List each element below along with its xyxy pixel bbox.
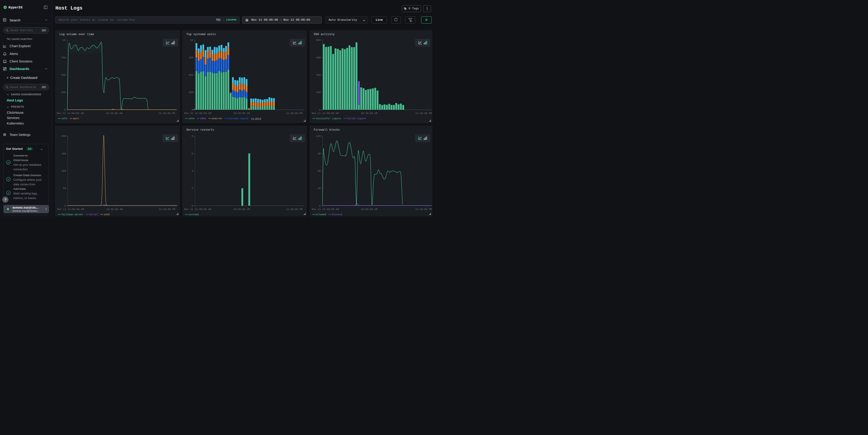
svg-text:120: 120	[316, 135, 321, 137]
svg-text:sshd: sshd	[104, 213, 110, 216]
svg-text:250: 250	[188, 91, 193, 94]
svg-text:Nov 11 12:00:00 AM: Nov 11 12:00:00 AM	[184, 112, 211, 115]
svg-text:+4 more: +4 more	[251, 117, 261, 120]
svg-text:Nov 11 12:00:00 AM: Nov 11 12:00:00 AM	[184, 208, 211, 211]
svg-text:Nov 11 12:00:00 AM: Nov 11 12:00:00 AM	[57, 208, 84, 211]
svg-text:warn: warn	[73, 117, 79, 120]
svg-text:CRON: CRON	[200, 117, 206, 120]
svg-text:Log volume over time: Log volume over time	[59, 33, 94, 36]
svg-text:Top systemd units: Top systemd units	[186, 33, 216, 36]
svg-text:fail2ban-server: fail2ban-server	[61, 213, 83, 216]
svg-text:0: 0	[319, 204, 321, 207]
svg-text:Blocked: Blocked	[332, 213, 342, 216]
svg-text:750: 750	[188, 56, 193, 59]
svg-text:Nov 11 12:00:00 AM: Nov 11 12:00:00 AM	[57, 112, 84, 115]
svg-text:200: 200	[61, 135, 66, 137]
svg-text:Failed Logins: Failed Logins	[347, 117, 366, 120]
svg-text:90: 90	[317, 152, 320, 155]
svg-text:0: 0	[64, 204, 66, 207]
svg-text:100: 100	[61, 169, 66, 172]
svg-text:50: 50	[63, 187, 66, 190]
svg-text:600: 600	[316, 39, 321, 41]
svg-text:Nov 11 12:00:00 AM: Nov 11 12:00:00 AM	[312, 112, 339, 115]
svg-text:30: 30	[317, 187, 320, 190]
svg-text:0: 0	[191, 108, 193, 111]
svg-text:150: 150	[61, 152, 66, 155]
svg-text:0: 0	[191, 204, 193, 207]
svg-text:Firewall blocks: Firewall blocks	[314, 128, 340, 131]
svg-text:6: 6	[191, 152, 193, 155]
svg-text:1K: 1K	[190, 39, 193, 41]
svg-text:10:30:00 AM: 10:30:00 AM	[361, 208, 377, 211]
svg-text:300: 300	[316, 73, 321, 76]
svg-text:kernel: kernel	[89, 213, 98, 216]
svg-text:4: 4	[191, 169, 193, 172]
svg-text:sshd: sshd	[188, 117, 194, 120]
svg-text:Nov 11 12:00:00 AM: Nov 11 12:00:00 AM	[312, 208, 339, 211]
svg-text:10:30:00 AM: 10:30:00 AM	[234, 208, 250, 211]
svg-text:10:30:00 AM: 10:30:00 AM	[361, 112, 377, 115]
svg-text:SSH activity: SSH activity	[314, 33, 335, 36]
svg-text:11:30:00 PM: 11:30:00 PM	[286, 112, 303, 115]
svg-text:Allowed: Allowed	[316, 213, 326, 216]
svg-text:750: 750	[61, 56, 65, 59]
svg-text:10:30:00 AM: 10:30:00 AM	[234, 112, 250, 115]
svg-text:anacron: anacron	[212, 117, 222, 120]
svg-text:systemd-logind: systemd-logind	[228, 117, 248, 120]
svg-text:250: 250	[61, 91, 65, 94]
svg-text:11:30:00 PM: 11:30:00 PM	[158, 112, 175, 115]
svg-text:11:30:00 PM: 11:30:00 PM	[415, 208, 432, 211]
svg-text:450: 450	[316, 56, 321, 59]
svg-text:0: 0	[64, 108, 65, 111]
svg-text:info: info	[61, 117, 67, 120]
svg-text:8: 8	[191, 135, 193, 137]
svg-text:0: 0	[319, 108, 321, 111]
svg-text:1K: 1K	[62, 39, 66, 41]
svg-text:Successful Logins: Successful Logins	[316, 117, 341, 120]
svg-text:500: 500	[188, 73, 193, 76]
svg-text:11:30:00 PM: 11:30:00 PM	[286, 208, 303, 211]
svg-text:Service restarts: Service restarts	[186, 128, 214, 131]
svg-text:systemd: systemd	[188, 213, 199, 216]
svg-text:2: 2	[191, 187, 193, 190]
svg-text:10:30:00 AM: 10:30:00 AM	[106, 112, 122, 115]
svg-text:11:30:00 PM: 11:30:00 PM	[415, 112, 432, 115]
svg-text:11:30:00 PM: 11:30:00 PM	[159, 208, 175, 211]
svg-text:150: 150	[316, 91, 321, 94]
svg-text:500: 500	[61, 73, 65, 76]
svg-text:60: 60	[317, 169, 320, 172]
svg-text:10:30:00 AM: 10:30:00 AM	[106, 208, 123, 211]
